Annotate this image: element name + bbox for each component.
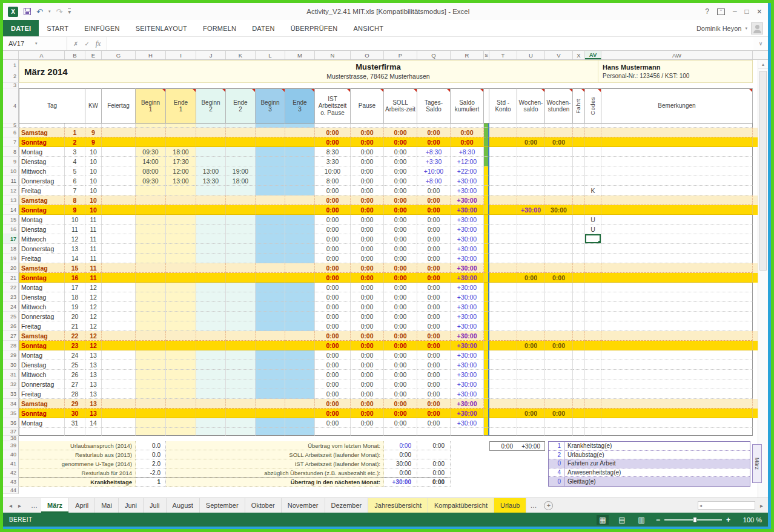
cell[interactable]: 12 [85,321,102,331]
cell[interactable] [517,123,545,128]
cell[interactable]: 8:00 [315,176,351,186]
cell[interactable] [196,244,226,254]
cell[interactable] [585,128,601,137]
cell[interactable]: 0:00 [384,166,417,176]
cell[interactable]: +3:30 [417,157,451,166]
cell[interactable] [489,331,517,341]
cell[interactable] [601,186,753,195]
cell[interactable] [573,205,585,215]
cell[interactable]: 0:00 [384,370,417,379]
cell[interactable]: 18:00 [226,176,256,186]
cell[interactable] [102,137,136,147]
cell[interactable] [517,331,545,341]
cell[interactable]: 0:00 [315,409,351,418]
cell[interactable] [585,263,601,273]
cell[interactable] [545,263,573,273]
cell[interactable]: 7 [65,186,85,195]
cell[interactable] [517,176,545,186]
cell[interactable] [484,254,489,263]
cell[interactable] [489,166,517,176]
cell[interactable] [102,312,136,321]
cell[interactable] [484,205,489,215]
row-number[interactable]: 43 [3,478,19,487]
cell[interactable] [285,379,315,389]
cell[interactable] [573,379,585,389]
minimize-icon[interactable]: – [733,8,737,15]
cell[interactable] [573,331,585,341]
cell[interactable] [585,399,601,409]
cell[interactable] [256,350,285,360]
help-icon[interactable]: ? [705,8,709,15]
cell[interactable] [256,379,285,389]
cell[interactable]: 4 [65,157,85,166]
header-ende2[interactable]: Ende2 [226,88,256,123]
summary-mid-value1[interactable]: 0:00 [384,468,417,478]
cell[interactable] [489,409,517,418]
cell[interactable] [489,350,517,360]
cell[interactable] [489,244,517,254]
cell[interactable] [166,302,196,312]
header-beginn1[interactable]: Beginn1 [136,88,166,123]
cell[interactable] [601,263,753,273]
cancel-entry-icon[interactable]: ✗ [73,41,78,47]
cell[interactable] [196,350,226,360]
column-header-E[interactable]: E [85,51,102,59]
cell[interactable]: 0:00 [384,379,417,389]
cell[interactable] [285,137,315,147]
cell-day[interactable]: Donnerstag [19,244,65,254]
row-number[interactable]: 6 [3,128,19,137]
header-soll[interactable]: SOLL Arbeits-zeit [384,88,417,123]
cell[interactable] [601,195,753,205]
cell[interactable] [196,273,226,283]
cell[interactable] [585,244,601,254]
cell[interactable]: 13 [85,399,102,409]
formula-input[interactable] [107,37,753,50]
cell[interactable] [102,215,136,225]
cell[interactable] [489,263,517,273]
cell[interactable]: 0:00 [315,273,351,283]
sheet-tab-november[interactable]: November [282,498,325,513]
cell[interactable] [545,350,573,360]
cell[interactable] [601,225,753,234]
cell[interactable]: 0:00 [517,409,545,418]
row-number[interactable]: 5 [3,123,19,128]
cell[interactable] [196,389,226,399]
cell[interactable]: 10 [85,147,102,157]
column-header-B[interactable]: B [65,51,85,59]
cell[interactable] [226,195,256,205]
cell-day[interactable]: Donnerstag [19,176,65,186]
cell[interactable]: 0:00 [384,341,417,350]
cell[interactable] [601,370,753,379]
cell[interactable]: 30:00 [545,205,573,215]
cell[interactable] [601,157,753,166]
cell[interactable] [601,428,753,436]
header-fahrt[interactable]: Fahrt [573,88,585,123]
column-header-R[interactable]: R [451,51,484,59]
column-header-N[interactable]: N [315,51,351,59]
cell[interactable] [226,283,256,292]
cell[interactable] [136,331,166,341]
legend-row[interactable]: 0Gleittag(e) [549,477,750,486]
cell[interactable]: 0:00 [315,312,351,321]
cell[interactable] [226,157,256,166]
cell[interactable] [196,123,226,128]
cell[interactable]: 0:00 [417,137,451,147]
cell[interactable]: 0:00 [417,399,451,409]
cell[interactable]: 9 [85,128,102,137]
cell[interactable] [136,341,166,350]
cell[interactable]: 0:00 [315,302,351,312]
cell[interactable]: 0:00 [315,263,351,273]
cell[interactable]: 13 [85,370,102,379]
column-header-AW[interactable]: AW [601,51,753,59]
cell[interactable] [601,360,753,370]
select-all-corner[interactable] [3,51,19,59]
cell[interactable]: 0:00 [351,244,384,254]
column-header-X[interactable]: X [573,51,585,59]
cell[interactable] [585,418,601,428]
tab-overflow-dots[interactable]: … [526,498,540,513]
header-wochensaldo[interactable]: Wochen-saldo [517,88,545,123]
cell[interactable] [102,166,136,176]
cell[interactable] [517,283,545,292]
cell[interactable]: 0:00 [384,331,417,341]
cell[interactable]: 18:00 [166,147,196,157]
